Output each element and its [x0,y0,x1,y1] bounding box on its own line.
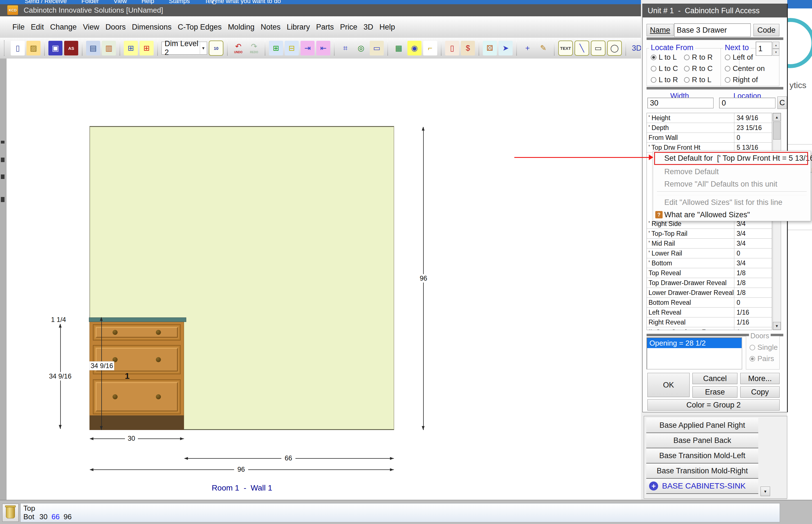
room-plan-icon[interactable]: ⊞ [124,41,138,55]
scroll-down-icon[interactable]: ▼ [773,322,781,330]
save-as-icon[interactable]: AS [64,41,78,55]
erase-button[interactable]: Erase [692,387,738,398]
menu-item[interactable]: Help [377,16,398,38]
table-row[interactable]: Right Reveal 1/16 [647,317,772,327]
radio-icon[interactable] [684,54,690,60]
print-icon[interactable]: ▤ [86,41,100,55]
rect-tool-icon[interactable]: ▭ [591,40,606,56]
spin-down-icon[interactable]: ▼ [773,49,779,56]
width-input[interactable]: 30 [647,98,714,108]
text-tool-icon[interactable]: TEXT [558,40,573,56]
chevron-down-icon[interactable]: ▼ [200,42,207,54]
library-item[interactable]: Base Transition Mold-Left [646,448,758,463]
page-layout-icon[interactable]: ▥ [102,41,116,55]
ribbon-tab[interactable]: Folder [81,0,99,4]
measure-scale-icon[interactable]: ⌗ [338,41,352,55]
library-item[interactable]: Base Panel Back [646,433,758,448]
menu-item[interactable]: Doors [102,16,129,38]
ribbon-tab[interactable]: Stamps [169,0,190,4]
table-row[interactable]: Left Reveal 1/16 [647,308,772,317]
ribbon-tab[interactable]: Help [142,0,154,4]
c-button[interactable]: C [777,97,787,109]
menu-item[interactable]: View [80,16,102,38]
table-row[interactable]: Top Drawer-Drawer Reveal 1/8 [647,278,772,288]
context-menu-item[interactable]: Remove "All" Defaults on this unit [653,178,811,190]
open-folder-icon[interactable]: ▨ [27,41,40,55]
doors-pairs-radio[interactable]: Pairs [749,354,774,363]
library-item[interactable]: Base Transition Mold-Right [646,463,758,479]
trash-button[interactable] [2,504,19,522]
location-input[interactable]: 0 [719,98,775,108]
door-style-icon[interactable]: ▯ [445,41,459,55]
menu-item[interactable]: Library [284,16,313,38]
edit-object-icon[interactable]: ✎ [536,41,550,55]
opening-selected-item[interactable]: Opening = 28 1/2 [647,338,742,348]
toolbar-drag-handle[interactable] [4,40,6,56]
menu-item[interactable]: Price [337,16,361,38]
menu-item[interactable]: 3D [361,16,377,38]
table-row[interactable]: Top Reveal 1/8 [647,268,772,278]
menu-item[interactable]: Parts [313,16,337,38]
new-document-icon[interactable]: ▯ [11,41,25,55]
menu-item[interactable]: Notes [258,16,284,38]
context-menu-item[interactable] [657,191,807,195]
radio-icon[interactable] [749,356,755,362]
unit-name-input[interactable]: Base 3 Drawer [674,23,751,37]
ribbon-tab[interactable]: Send / Receive [25,0,67,4]
locate-from-radio[interactable]: L to R [651,76,684,84]
color-group-button[interactable]: Color = Group 2 [647,399,780,411]
save-icon[interactable]: ▣ [48,41,63,55]
redo-icon[interactable]: ↷ REDO [247,41,261,55]
drawer-front-3[interactable] [93,379,181,414]
remove-wall-unit-icon[interactable]: ⊟ [285,41,299,55]
drawer-front-1[interactable] [93,324,181,341]
library-item[interactable]: Base Applied Panel Right [646,418,758,433]
dialog-title[interactable]: Unit # 1 - Cabinotch Full Access [643,4,787,17]
context-menu-item[interactable]: Remove Default [653,166,811,178]
ellipse-tool-icon[interactable]: ◯ [607,40,622,56]
room-plan-add-icon[interactable]: ⊞ [139,41,154,55]
ribbon-tab[interactable]: View [114,0,127,4]
radio-icon[interactable] [684,77,690,83]
menu-item[interactable]: File [9,16,28,38]
context-menu-item[interactable]: Edit "Allowed Sizes" list for this line [653,196,811,209]
table-row[interactable]: ' Bottom 3/4 [647,258,772,268]
add-object-icon[interactable]: + [520,41,534,55]
table-row[interactable]: ' Mid Rail 3/4 [647,239,772,248]
undo-icon[interactable]: ↶ UNDO [231,41,245,55]
radio-icon[interactable] [651,54,657,60]
table-row[interactable]: !! Ctop Overhang-Front 1 [647,327,772,330]
menu-item[interactable]: Molding [225,16,258,38]
more-button[interactable]: More... [740,373,780,384]
radio-icon[interactable] [651,77,657,83]
scrollbar-thumb[interactable] [773,121,780,140]
visibility-icon[interactable]: ◉ [408,41,421,55]
table-row[interactable]: ' Height 34 9/16 [647,113,772,123]
copy-button[interactable]: Copy [740,387,780,398]
zoom-area-icon[interactable]: ◎ [354,41,368,55]
select-pointer-icon[interactable]: ➤ [499,41,513,55]
locate-from-radio[interactable]: L to L [651,53,684,62]
grid-mesh-icon[interactable]: ▦ [392,41,406,55]
radio-icon[interactable] [651,66,657,71]
door-price-icon[interactable]: $ [461,41,475,55]
radio-icon[interactable] [725,77,730,83]
next-to-radio[interactable]: Right of [725,76,779,84]
table-row[interactable]: ' Top-Top Rail 3/4 [647,229,772,239]
next-to-radio[interactable]: Center on [725,64,779,73]
dim-level-select[interactable]: Dim Level 2 ▼ [162,42,207,54]
table-scrollbar[interactable]: ▲ ▼ [773,113,781,330]
context-menu-item[interactable]: Set Default for [' Top Drw Front Ht = 5 … [654,152,808,165]
locate-from-radio[interactable]: L to C [651,64,684,73]
name-button[interactable]: Name [647,24,674,36]
radio-icon[interactable] [725,54,730,60]
table-row[interactable]: ' Depth 23 15/16 [647,123,772,133]
doors-single-radio[interactable]: Single [749,343,778,352]
line-tool-icon[interactable]: ╲ [575,40,589,56]
opening-listbox[interactable]: Opening = 28 1/2 [647,338,742,370]
radio-icon[interactable] [684,66,690,71]
context-menu-item[interactable]: ? What are "Allowed Sizes" [653,209,811,221]
library-scroll-down-icon[interactable]: ▼ [761,487,770,496]
hardware-icon[interactable]: ⚄ [483,41,497,55]
radio-icon[interactable] [749,345,755,350]
